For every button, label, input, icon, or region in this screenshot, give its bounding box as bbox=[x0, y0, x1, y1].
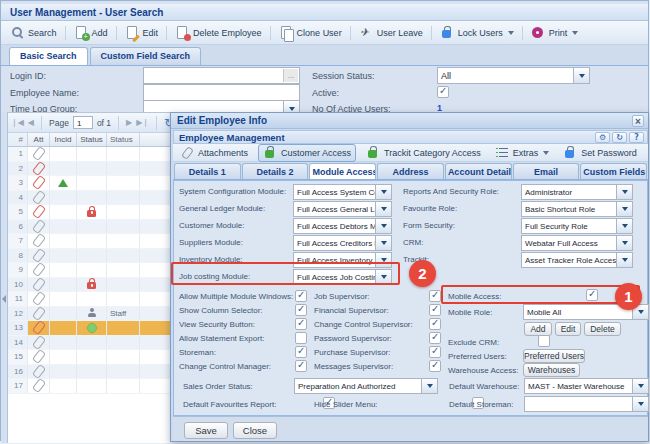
role-select[interactable]: Basic Shortcut Role bbox=[521, 201, 633, 217]
option-checkbox[interactable] bbox=[429, 360, 441, 372]
help-icon[interactable]: ? bbox=[629, 132, 644, 143]
column-header-status1[interactable]: Status bbox=[77, 133, 107, 146]
dropdown-arrow-icon[interactable] bbox=[616, 185, 632, 199]
dropdown-arrow-icon[interactable] bbox=[375, 202, 391, 216]
column-header-status2[interactable]: Status bbox=[107, 133, 140, 146]
toolbar-button[interactable]: Delete Employee bbox=[170, 24, 267, 42]
role-select[interactable]: Administrator bbox=[521, 184, 633, 200]
dialog-tab[interactable]: Details 1 bbox=[174, 163, 241, 179]
dropdown-arrow-icon[interactable] bbox=[375, 236, 391, 250]
lock-green-icon bbox=[366, 146, 381, 160]
option-checkbox[interactable] bbox=[429, 290, 441, 302]
module-value: Full Access System Config bbox=[294, 185, 375, 199]
save-button[interactable]: Save bbox=[184, 422, 228, 439]
option-checkbox[interactable] bbox=[429, 318, 441, 330]
role-select[interactable]: Webatar Full Access bbox=[521, 235, 633, 251]
employee-name-field[interactable] bbox=[143, 84, 300, 101]
paperclip-icon bbox=[31, 291, 45, 306]
dropdown-arrow-icon[interactable] bbox=[375, 185, 391, 199]
option-checkbox[interactable] bbox=[295, 290, 307, 302]
option-checkbox[interactable] bbox=[295, 318, 307, 330]
paperclip-icon bbox=[180, 146, 195, 160]
gear-icon[interactable]: ⚙ bbox=[595, 132, 610, 143]
dialog-toolbar-button[interactable]: Attachments bbox=[176, 145, 252, 161]
toolbar-button[interactable]: Print bbox=[526, 24, 584, 42]
option-checkbox[interactable] bbox=[429, 332, 441, 344]
default-warehouse-select[interactable]: MAST - Master Warehouse bbox=[524, 378, 649, 394]
sales-order-status-select[interactable]: Preparation And Authorized bbox=[294, 378, 438, 394]
toolbar-button[interactable]: User Leave bbox=[354, 24, 428, 42]
mobile-role-add-button[interactable]: Add bbox=[524, 322, 552, 336]
exclude-crm-checkbox[interactable] bbox=[538, 335, 550, 347]
last-page-button[interactable]: ▶❘ bbox=[136, 118, 149, 127]
dropdown-arrow-icon[interactable] bbox=[616, 236, 632, 250]
chevron-down-icon bbox=[543, 151, 549, 155]
checkbox-row: Financial Supervisor: bbox=[314, 303, 441, 317]
option-checkbox[interactable] bbox=[295, 360, 307, 372]
search-tab[interactable]: Basic Search bbox=[9, 47, 88, 65]
role-value: Administrator bbox=[522, 185, 616, 199]
dropdown-arrow-icon[interactable] bbox=[616, 202, 632, 216]
dialog-toolbar-button[interactable]: Trackit Category Access bbox=[362, 145, 485, 161]
dialog-toolbar-button[interactable]: Set Password bbox=[559, 145, 641, 161]
dialog-tab[interactable]: Address bbox=[377, 163, 444, 179]
role-select[interactable]: Full Security Role bbox=[521, 218, 633, 234]
active-checkbox[interactable] bbox=[437, 86, 449, 98]
option-checkbox[interactable] bbox=[429, 304, 441, 316]
dialog-tab[interactable]: Email bbox=[513, 163, 580, 179]
module-select[interactable]: Full Access Debtors Modul bbox=[293, 218, 392, 234]
option-checkbox[interactable] bbox=[295, 346, 307, 358]
dropdown-arrow-icon[interactable] bbox=[616, 253, 632, 267]
warehouses-button[interactable]: Warehouses bbox=[523, 363, 580, 377]
option-checkbox[interactable] bbox=[295, 304, 307, 316]
module-select[interactable]: Full Access System Config bbox=[293, 184, 392, 200]
dropdown-arrow-icon[interactable] bbox=[616, 219, 632, 233]
refresh-icon[interactable]: ↻ bbox=[612, 132, 627, 143]
toolbar-button[interactable]: Search bbox=[5, 24, 62, 42]
dialog-toolbar-button[interactable]: Customer Access bbox=[258, 144, 356, 162]
first-page-button[interactable]: ❘◀ bbox=[11, 118, 24, 127]
column-header-att[interactable]: Att bbox=[28, 133, 50, 146]
dialog-tab[interactable]: Custom Fields bbox=[580, 163, 647, 179]
column-header-incid[interactable]: Incid bbox=[50, 133, 77, 146]
status-text-cell bbox=[107, 365, 140, 379]
mobile-role-delete-button[interactable]: Delete bbox=[584, 322, 621, 336]
module-select[interactable]: Full Access Creditors Modu bbox=[293, 235, 392, 251]
dropdown-arrow-icon[interactable] bbox=[632, 397, 648, 411]
dropdown-arrow-icon[interactable] bbox=[632, 379, 648, 393]
module-row: CRM: Webatar Full Access bbox=[403, 234, 634, 251]
session-status-select[interactable]: All bbox=[437, 67, 590, 84]
lock-blue-icon bbox=[563, 146, 578, 160]
next-page-button[interactable]: ▶ bbox=[126, 118, 132, 127]
status-text-cell bbox=[107, 379, 140, 393]
dropdown-arrow-icon[interactable] bbox=[573, 68, 589, 83]
dialog-tab[interactable]: Module Access bbox=[309, 163, 376, 179]
option-checkbox[interactable] bbox=[429, 346, 441, 358]
ellipsis-button[interactable]: ... bbox=[283, 69, 298, 82]
preferred-users-button[interactable]: Preferred Users bbox=[523, 349, 585, 363]
prev-page-button[interactable]: ◀ bbox=[28, 118, 34, 127]
status-text-cell bbox=[107, 292, 140, 306]
mobile-role-edit-button[interactable]: Edit bbox=[555, 322, 581, 336]
search-tab[interactable]: Custom Field Search bbox=[90, 47, 202, 65]
option-checkbox[interactable] bbox=[295, 332, 307, 344]
dialog-tab[interactable]: Details 2 bbox=[242, 163, 309, 179]
toolbar-button[interactable]: Edit bbox=[120, 24, 164, 42]
cancel-close-button[interactable]: Close bbox=[233, 422, 277, 439]
collapsed-panel-splitter[interactable] bbox=[1, 112, 8, 443]
module-select[interactable]: Full Access General Ledger bbox=[293, 201, 392, 217]
dropdown-arrow-icon[interactable] bbox=[421, 379, 437, 393]
role-select[interactable]: Asset Tracker Role Access bbox=[521, 252, 633, 268]
toolbar-button[interactable]: Add bbox=[69, 24, 113, 42]
toolbar-button[interactable]: Clone User bbox=[274, 24, 347, 42]
default-storeman-select[interactable] bbox=[524, 396, 649, 412]
page-number-input[interactable]: 1 bbox=[73, 116, 93, 129]
employee-name-label: Employee Name: bbox=[10, 88, 79, 98]
toolbar-button[interactable]: Lock Users bbox=[435, 24, 519, 42]
dropdown-arrow-icon[interactable] bbox=[375, 219, 391, 233]
dialog-tab[interactable]: Account Details bbox=[445, 163, 512, 179]
column-header-number[interactable]: # bbox=[8, 133, 28, 146]
close-icon[interactable]: × bbox=[632, 115, 644, 127]
login-id-field[interactable]: ... bbox=[143, 67, 300, 84]
dialog-toolbar-button[interactable]: Extras bbox=[491, 145, 554, 161]
